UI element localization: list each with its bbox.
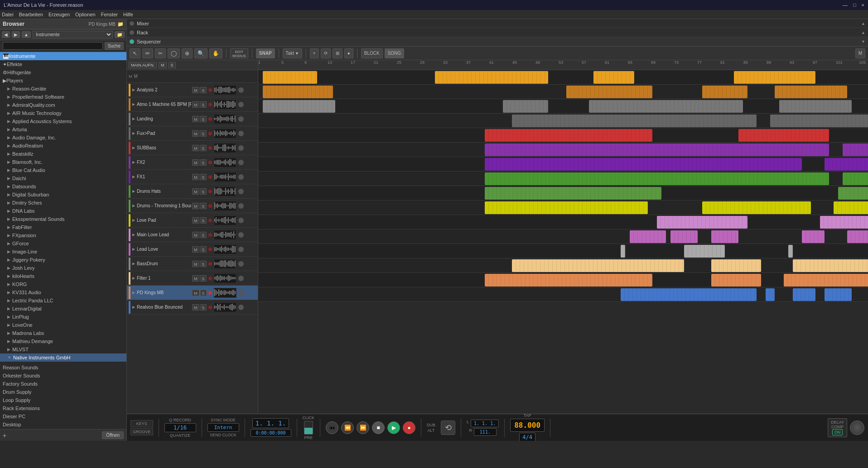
block-14-1[interactable] bbox=[711, 274, 761, 287]
block-1-1[interactable] bbox=[566, 86, 652, 98]
mixer-expand-icon[interactable]: ▲ bbox=[861, 21, 865, 26]
track-lane-1[interactable] bbox=[258, 85, 868, 99]
fwd-btn[interactable]: ⏩ bbox=[357, 421, 369, 434]
mute-all-btn[interactable]: M bbox=[855, 48, 865, 58]
sequenzer-expand-icon[interactable]: ▼ bbox=[861, 39, 865, 44]
cat-applied[interactable]: ▶ Applied Acoustics Systems bbox=[0, 117, 126, 125]
menu-datei[interactable]: Datei bbox=[2, 12, 14, 17]
block-11-1[interactable] bbox=[670, 230, 698, 243]
block-0-3[interactable] bbox=[734, 71, 815, 84]
cat-korg[interactable]: ▶ KORG bbox=[0, 280, 126, 288]
block-0-2[interactable] bbox=[593, 71, 634, 84]
track-lane-4[interactable] bbox=[258, 128, 868, 143]
open-btn[interactable]: Öffnen bbox=[102, 431, 124, 439]
record-count[interactable]: ● bbox=[344, 48, 353, 58]
block-10-1[interactable] bbox=[820, 216, 868, 229]
track-vol-3[interactable] bbox=[238, 131, 244, 136]
record-btn[interactable]: ● bbox=[403, 421, 415, 434]
snap-btn[interactable]: SNAP bbox=[256, 48, 275, 58]
block-15-3[interactable] bbox=[825, 288, 852, 301]
tracks-canvas[interactable] bbox=[258, 70, 868, 414]
m-btn[interactable]: M bbox=[159, 62, 167, 68]
track-solo-13[interactable]: S bbox=[200, 275, 207, 282]
track-vol-14[interactable] bbox=[238, 290, 244, 296]
block-8-0[interactable] bbox=[485, 187, 661, 200]
track-mute-9[interactable]: M bbox=[192, 217, 199, 224]
level-knob[interactable] bbox=[850, 420, 864, 435]
cat-kv331[interactable]: ▶ KV331 Audio bbox=[0, 288, 126, 296]
cat-fabfilter[interactable]: ▶ FabFilter bbox=[0, 223, 126, 231]
cat-fxpansion[interactable]: ▶ FXpansion bbox=[0, 231, 126, 239]
track-vol-0[interactable] bbox=[238, 87, 244, 93]
cat-mathieu[interactable]: ▶ Mathieu Demange bbox=[0, 337, 126, 345]
cat-instrumente[interactable]: 🎹 Instrumente bbox=[0, 52, 126, 60]
track-mute-0[interactable]: M bbox=[192, 87, 199, 93]
block-14-0[interactable] bbox=[485, 274, 652, 287]
menu-hilfe[interactable]: Hilfe bbox=[123, 12, 133, 17]
block-15-1[interactable] bbox=[766, 288, 775, 301]
block-6-1[interactable] bbox=[825, 158, 868, 171]
block-1-3[interactable] bbox=[775, 86, 847, 98]
cat-lennar[interactable]: ▶ LennarDigital bbox=[0, 305, 126, 313]
cat-lectric[interactable]: ▶ Lectric Panda LLC bbox=[0, 296, 126, 305]
track-vol-10[interactable] bbox=[238, 232, 244, 238]
track-arrow-7[interactable]: ▶ bbox=[132, 189, 135, 193]
track-solo-14[interactable]: S bbox=[200, 290, 207, 296]
track-vol-11[interactable] bbox=[238, 247, 244, 252]
menu-optionen[interactable]: Optionen bbox=[75, 12, 96, 17]
track-lane-14[interactable] bbox=[258, 273, 868, 287]
track-arrow-14[interactable]: ▶ bbox=[132, 291, 135, 295]
track-vol-4[interactable] bbox=[238, 145, 244, 151]
track-solo-9[interactable]: S bbox=[200, 217, 207, 224]
block-btn[interactable]: BLOCK bbox=[361, 48, 383, 58]
track-arrow-15[interactable]: ▶ bbox=[132, 305, 135, 309]
s-btn[interactable]: S bbox=[169, 62, 176, 68]
cat-kilohearts[interactable]: ▶ kiloHearts bbox=[0, 272, 126, 280]
block-2-0[interactable] bbox=[263, 100, 335, 113]
cat-propellerhead[interactable]: ▶ Propellerhead Software bbox=[0, 93, 126, 101]
track-solo-8[interactable]: S bbox=[200, 203, 207, 209]
cat-digital-suburban[interactable]: ▶ Digital Suburban bbox=[0, 191, 126, 199]
track-vol-6[interactable] bbox=[238, 174, 244, 180]
track-vol-1[interactable] bbox=[238, 102, 244, 107]
nav-back[interactable]: ◀ bbox=[2, 31, 10, 38]
block-5-0[interactable] bbox=[485, 143, 829, 156]
cat-imageline[interactable]: ▶ Image-Line bbox=[0, 248, 126, 256]
track-solo-6[interactable]: S bbox=[200, 174, 207, 180]
cat-admiralquality[interactable]: ▶ AdmiralQuality.com bbox=[0, 101, 126, 109]
track-mute-14[interactable]: M bbox=[192, 290, 199, 296]
loop-btn[interactable]: ⟲ bbox=[441, 420, 455, 435]
block-11-4[interactable] bbox=[847, 230, 868, 243]
cat-dieser-pc[interactable]: Dieser PC bbox=[0, 412, 126, 420]
add-icon[interactable]: + bbox=[3, 432, 6, 439]
track-mute-3[interactable]: M bbox=[192, 130, 199, 137]
track-mute-5[interactable]: M bbox=[192, 159, 199, 166]
tool-circle[interactable]: ◯ bbox=[168, 48, 180, 58]
cat-ekss[interactable]: ▶ Ekssperimental Sounds bbox=[0, 215, 126, 223]
block-2-2[interactable] bbox=[589, 100, 743, 113]
track-lane-11[interactable] bbox=[258, 229, 868, 244]
block-4-0[interactable] bbox=[485, 129, 652, 142]
block-11-0[interactable] bbox=[630, 230, 666, 243]
cat-dmitry[interactable]: ▶ Dmitry Sches bbox=[0, 199, 126, 207]
track-solo-0[interactable]: S bbox=[200, 87, 207, 93]
track-arrow-11[interactable]: ▶ bbox=[132, 247, 135, 251]
bpm-display[interactable]: 88.000 bbox=[510, 419, 545, 432]
nav-up[interactable]: ▲ bbox=[22, 31, 31, 38]
main-aufn-btn[interactable]: MAIN.AUFN. bbox=[129, 62, 157, 68]
track-vol-13[interactable] bbox=[238, 276, 244, 281]
menu-fenster[interactable]: Fenster bbox=[101, 12, 118, 17]
cat-blamsoft[interactable]: ▶ Blamsoft, Inc. bbox=[0, 158, 126, 166]
block-7-0[interactable] bbox=[485, 172, 829, 185]
track-lane-3[interactable] bbox=[258, 114, 868, 128]
track-arrow-6[interactable]: ▶ bbox=[132, 175, 135, 179]
nav-fwd[interactable]: ▶ bbox=[12, 31, 20, 38]
cat-arturia[interactable]: ▶ Arturia bbox=[0, 125, 126, 134]
track-vol-12[interactable] bbox=[238, 261, 244, 267]
track-solo-15[interactable]: S bbox=[200, 304, 207, 310]
cat-hilfsgerate[interactable]: ⚙ Hilfsgeräte bbox=[0, 68, 126, 76]
block-3-0[interactable] bbox=[512, 115, 757, 127]
track-vol-7[interactable] bbox=[238, 189, 244, 194]
track-solo-11[interactable]: S bbox=[200, 246, 207, 253]
cat-native-instruments[interactable]: ▼ Native Instruments GmbH bbox=[0, 353, 126, 362]
